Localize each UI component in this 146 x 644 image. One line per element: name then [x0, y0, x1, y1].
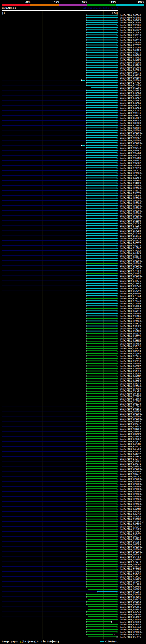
hit-accession-label[interactable]: UniRef100_UPI000..: [120, 483, 144, 485]
hit-accession-label[interactable]: UniRef100_UPI000..: [120, 480, 144, 483]
hit-accession-label[interactable]: UniRef100_UPI000..: [120, 505, 144, 508]
hit-accession-label[interactable]: UniRef100_B2BGU2: [120, 372, 141, 375]
hit-accession-label[interactable]: UniRef100_C4NAL4: [120, 107, 141, 109]
hit-row[interactable]: UniRef100_C4NAK9: [0, 378, 146, 380]
hit-row[interactable]: UniRef100_Q6TH42: [0, 553, 146, 556]
hit-row[interactable]: UniRef100_C1LZR4: [0, 583, 146, 586]
hit-row[interactable]: UniRef100_B4F8R6: [0, 69, 146, 72]
hit-accession-label[interactable]: UniRef100_UPI000..: [120, 550, 144, 553]
hit-row[interactable]: UniRef100_Q4G2S7: [0, 224, 146, 227]
hit-row[interactable]: UniRef100_B4LW08: [0, 448, 146, 450]
hit-row[interactable]: UniRef100_O76080: [0, 257, 146, 260]
hit-accession-label[interactable]: UniRef100_UPI000..: [120, 490, 144, 493]
hit-row[interactable]: UniRef100_UPI000..: [0, 210, 146, 212]
hit-row[interactable]: UniRef100_B7FMK7: [0, 82, 146, 84]
hit-accession-label[interactable]: UniRef100_B5X2B4: [120, 230, 141, 232]
hit-accession-label[interactable]: UniRef100_Q0GEA0: [120, 14, 141, 16]
hit-accession-label[interactable]: UniRef100_B8AA46: [120, 608, 141, 611]
hit-accession-label[interactable]: UniRef100_B5DGL4: [120, 305, 141, 307]
hit-accession-label[interactable]: UniRef100_Q3EA33: [120, 611, 141, 613]
hit-accession-label[interactable]: UniRef100_Q6TH42: [120, 553, 141, 556]
hit-accession-label[interactable]: UniRef100_Q4SD48: [120, 134, 141, 136]
hit-row[interactable]: UniRef100_B8Y3Y8: [0, 382, 146, 385]
hit-accession-label[interactable]: UniRef100_C7E3V2: [120, 44, 141, 46]
hit-row[interactable]: UniRef100_O96038: [0, 402, 146, 405]
hit-row[interactable]: UniRef100_A8IXX1: [0, 127, 146, 129]
hit-row[interactable]: UniRef100_A7NZT9: [0, 560, 146, 563]
hit-row[interactable]: UniRef100_C1BXE5: [0, 282, 146, 285]
hit-accession-label[interactable]: UniRef100_Q852K5: [120, 410, 141, 412]
hit-row[interactable]: UniRef100_C4NAL4: [0, 107, 146, 109]
hit-row[interactable]: UniRef100_B5X235: [0, 287, 146, 290]
hit-row[interactable]: UniRef100_B8AL94: [0, 350, 146, 352]
hit-accession-label[interactable]: UniRef100_Q4G2S7: [120, 224, 141, 227]
hit-row[interactable]: UniRef100_Q4AB40: [0, 435, 146, 438]
hit-row[interactable]: UniRef100_Q41123: [0, 190, 146, 192]
hit-row[interactable]: UniRef100_B5DGL4: [0, 305, 146, 307]
hit-row[interactable]: UniRef100_C4NAK2: [0, 92, 146, 94]
hit-accession-label[interactable]: UniRef100_Q84PD8: [120, 194, 141, 197]
hit-row[interactable]: UniRef100_C4NAM2: [0, 375, 146, 378]
hit-accession-label[interactable]: UniRef100_UPI000..: [120, 503, 144, 505]
hit-accession-label[interactable]: UniRef100_Q05AS4: [120, 227, 141, 230]
hit-accession-label[interactable]: UniRef100_B7FGP6: [120, 21, 141, 24]
hit-accession-label[interactable]: UniRef100_A9NZK1: [120, 149, 141, 152]
hit-accession-label[interactable]: UniRef100_UPI000..: [120, 385, 144, 388]
hit-accession-label[interactable]: UniRef100_Q6H754: [120, 540, 141, 543]
hit-accession-label[interactable]: UniRef100_B9RHF8: [120, 325, 141, 327]
hit-accession-label[interactable]: UniRef100_B9ET66: [120, 606, 141, 608]
hit-accession-label[interactable]: UniRef100_UPI000..: [120, 172, 144, 174]
hit-row[interactable]: UniRef100_O88878: [0, 254, 146, 257]
hit-accession-label[interactable]: UniRef100_Q94B40: [120, 465, 141, 468]
hit-accession-label[interactable]: UniRef100_B7FMK7: [120, 82, 141, 84]
hit-row[interactable]: UniRef100_Q6PH53: [0, 556, 146, 558]
hit-row[interactable]: UniRef100_UPI000..: [0, 320, 146, 322]
hit-accession-label[interactable]: UniRef100_Q6PH53: [120, 556, 141, 558]
hit-row[interactable]: UniRef100_B4L3A3: [0, 626, 146, 628]
hit-row[interactable]: UniRef100_UPI000..: [0, 264, 146, 267]
hit-row[interactable]: UniRef100_Q3LVR1: [0, 390, 146, 392]
hit-accession-label[interactable]: UniRef100_A3C039: [120, 360, 141, 362]
hit-accession-label[interactable]: UniRef100_B0W6F6: [120, 408, 141, 410]
hit-row[interactable]: UniRef100_B8AA46: [0, 608, 146, 611]
hit-accession-label[interactable]: UniRef100_Q942F8: [120, 182, 141, 184]
hit-row[interactable]: UniRef100_C4NAK3: [0, 59, 146, 62]
hit-row[interactable]: UniRef100_C6TFF2: [0, 117, 146, 119]
hit-row[interactable]: UniRef100_A9RR11: [0, 112, 146, 114]
hit-row[interactable]: UniRef100_A9NYV7: [0, 159, 146, 162]
hit-accession-label[interactable]: UniRef100_C4NAM1: [120, 558, 141, 560]
hit-row[interactable]: UniRef100_Q8AVE5: [0, 420, 146, 423]
hit-accession-label[interactable]: UniRef100_Q6DF90: [120, 217, 141, 220]
hit-accession-label[interactable]: UniRef100_UPI000..: [120, 495, 144, 498]
hit-accession-label[interactable]: UniRef100_B3M071: [120, 462, 141, 465]
hit-accession-label[interactable]: UniRef100_C6SZ06: [120, 86, 141, 89]
hit-row[interactable]: UniRef100_B9SCR6: [0, 510, 146, 513]
hit-row[interactable]: UniRef100_UPI000..: [0, 505, 146, 508]
hit-accession-label[interactable]: UniRef100_Q41123: [120, 190, 141, 192]
hit-accession-label[interactable]: UniRef100_B4K4Y5: [120, 450, 141, 453]
hit-accession-label[interactable]: UniRef100_Q4AB40: [120, 435, 141, 438]
hit-accession-label[interactable]: UniRef100_Q7Y1W9: [120, 302, 141, 305]
hit-accession-label[interactable]: UniRef100_A1YMZ7: [120, 576, 141, 578]
hit-accession-label[interactable]: UniRef100_B4F8R6: [120, 69, 141, 72]
hit-row[interactable]: UniRef100_A8QZ71: [0, 52, 146, 54]
hit-row[interactable]: UniRef100_Q6H7P8: [0, 49, 146, 52]
hit-row[interactable]: UniRef100_Q6PBK7: [0, 365, 146, 367]
hit-row[interactable]: UniRef100_UPI000..: [0, 480, 146, 483]
hit-row[interactable]: UniRef100_UPI000..: [0, 488, 146, 490]
hit-accession-label[interactable]: UniRef100_C4NAK4: [120, 99, 141, 102]
hit-row[interactable]: UniRef100_Q28900: [0, 621, 146, 623]
hit-row[interactable]: UniRef100_Q9VHF4: [0, 430, 146, 433]
hit-row[interactable]: UniRef100_C5IH29: [0, 347, 146, 350]
hit-row[interactable]: UniRef100_C0HAZ2: [0, 285, 146, 287]
hit-row[interactable]: UniRef100_C5YIU5: [0, 330, 146, 332]
hit-accession-label[interactable]: UniRef100_Q7ZU97: [120, 277, 141, 280]
hit-row[interactable]: UniRef100_B4GP47: [0, 458, 146, 460]
hit-accession-label[interactable]: UniRef100_B5X8B0: [120, 388, 141, 390]
hit-accession-label[interactable]: UniRef100_UPI000..: [120, 418, 144, 420]
hit-accession-label[interactable]: UniRef100_C4NAK9: [120, 378, 141, 380]
hit-row[interactable]: UniRef100_A9P8S9: [0, 74, 146, 76]
hit-row[interactable]: UniRef100_B3S7T7: [0, 297, 146, 300]
hit-row[interactable]: UniRef100_Q3BCU2: [0, 41, 146, 44]
hit-accession-label[interactable]: UniRef100_C1C2A2: [120, 405, 141, 408]
